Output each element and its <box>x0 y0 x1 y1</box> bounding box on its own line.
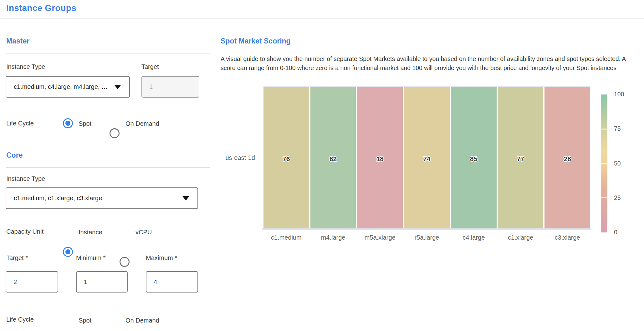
master-spot-radio[interactable] <box>63 118 73 128</box>
core-maximum-input[interactable] <box>146 271 198 293</box>
colorbar-tick-label: 75 <box>614 125 633 132</box>
heatmap-x-label: c4.large <box>451 234 497 241</box>
core-instance-type-value: c1.medium, c1.xlarge, c3.xlarge <box>6 195 102 202</box>
core-maximum-label: Maximum * <box>146 254 177 262</box>
heatmap-x-label: c3.xlarge <box>544 234 590 241</box>
core-section-divider <box>6 167 210 168</box>
core-vcpu-radio[interactable] <box>120 257 130 267</box>
core-target-label: Target * <box>6 254 28 262</box>
master-section-title: Master <box>6 37 29 45</box>
core-instance-radio[interactable] <box>63 247 73 257</box>
heatmap-x-label: r5a.large <box>404 234 450 241</box>
master-on-demand-radio[interactable] <box>110 128 120 138</box>
colorbar-separator <box>601 129 607 130</box>
core-minimum-label: Minimum * <box>76 254 105 262</box>
heatmap-cell-value: 76 <box>283 155 290 163</box>
heatmap-cell-c4.large[interactable]: 85 <box>451 87 497 229</box>
master-instance-type-label: Instance Type <box>6 63 45 70</box>
heatmap-row-label: us-east-1d <box>200 154 255 161</box>
core-minimum-input[interactable] <box>76 271 128 293</box>
core-vcpu-radio-label[interactable]: vCPU <box>135 229 152 236</box>
heatmap-cell-m4.large[interactable]: 82 <box>310 87 356 229</box>
spot-market-heatmap: 76821874857728 <box>263 86 590 229</box>
master-section-divider <box>6 53 210 53</box>
core-capacity-unit-label: Capacity Unit <box>6 228 43 235</box>
core-instance-type-label: Instance Type <box>6 175 45 182</box>
core-target-input[interactable] <box>6 271 58 293</box>
heatmap-x-label: m4.large <box>310 234 356 241</box>
core-instance-type-select[interactable]: c1.medium, c1.xlarge, c3.xlarge <box>6 187 198 209</box>
heatmap-x-labels: c1.mediumm4.largem5a.xlarger5a.largec4.l… <box>263 234 590 241</box>
core-life-cycle-label: Life Cycle <box>6 316 34 323</box>
master-target-label: Target <box>141 63 159 70</box>
heatmap-cell-m5a.xlarge[interactable]: 18 <box>357 87 403 229</box>
colorbar-separator <box>601 163 607 164</box>
master-life-cycle-label: Life Cycle <box>6 120 34 127</box>
heatmap-cell-value: 85 <box>470 155 477 163</box>
colorbar-tick-label: 0 <box>614 229 633 236</box>
caret-down-icon <box>182 196 189 201</box>
heatmap-baseline <box>262 228 591 230</box>
heatmap-x-label: m5a.xlarge <box>357 234 403 241</box>
core-on-demand-radio-label[interactable]: On Demand <box>125 317 159 324</box>
colorbar-separator <box>601 197 607 198</box>
core-section-title: Core <box>6 151 23 160</box>
heatmap-cell-r5a.large[interactable]: 74 <box>404 87 450 229</box>
master-instance-type-select[interactable]: c1.medium, c4.large, m4.large, … <box>6 76 130 98</box>
colorbar-tick-label: 50 <box>614 160 633 167</box>
master-instance-type-value: c1.medium, c4.large, m4.large, … <box>6 83 108 90</box>
core-instance-radio-label[interactable]: Instance <box>79 229 102 236</box>
heatmap-cell-value: 82 <box>330 155 337 163</box>
heatmap-x-label: c1.xlarge <box>498 234 544 241</box>
heatmap-x-label: c1.medium <box>263 234 309 241</box>
scoring-description: A visual guide to show you the number of… <box>221 54 641 73</box>
heatmap-cell-c1.xlarge[interactable]: 77 <box>498 87 544 229</box>
master-spot-radio-label[interactable]: Spot <box>79 120 91 127</box>
colorbar-tick-label: 100 <box>614 91 633 98</box>
scoring-title: Spot Market Scoring <box>221 37 291 45</box>
instance-groups-page: Instance Groups Master Instance Type c1.… <box>0 0 644 331</box>
page-divider <box>0 18 644 19</box>
heatmap-cell-value: 74 <box>423 155 430 163</box>
heatmap-cell-c1.medium[interactable]: 76 <box>263 87 309 229</box>
heatmap-cell-value: 77 <box>517 155 524 163</box>
colorbar-tick-label: 25 <box>614 194 633 201</box>
heatmap-cell-c3.xlarge[interactable]: 28 <box>544 87 590 229</box>
master-target-input[interactable] <box>141 76 199 98</box>
heatmap-cell-value: 18 <box>376 155 384 163</box>
master-on-demand-radio-label[interactable]: On Demand <box>125 120 159 127</box>
page-title: Instance Groups <box>6 3 76 13</box>
caret-down-icon <box>114 85 121 89</box>
heatmap-colorbar <box>601 94 607 232</box>
core-spot-radio-label[interactable]: Spot <box>79 317 91 324</box>
heatmap-cell-value: 28 <box>564 155 571 163</box>
